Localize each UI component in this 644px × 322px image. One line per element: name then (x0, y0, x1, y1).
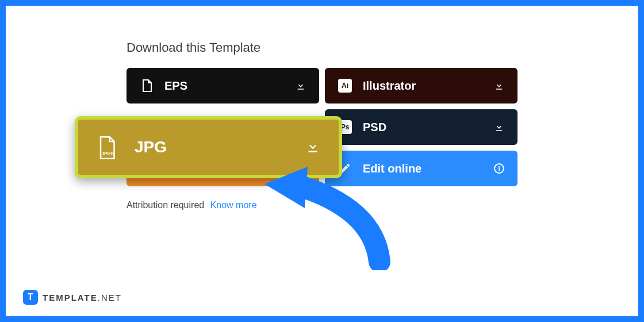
eps-label: EPS (164, 79, 187, 93)
jpeg-file-icon: JPEG (95, 135, 120, 159)
tutorial-frame: Download this Template EPS Ai Illustrato… (0, 0, 644, 322)
brand-logo: T TEMPLATE.NET (23, 290, 122, 305)
ai-file-icon: Ai (338, 78, 352, 93)
edit-online-button[interactable]: Edit online i (325, 151, 518, 186)
psd-download-button[interactable]: Ps PSD (325, 109, 518, 145)
psd-label: PSD (363, 121, 386, 134)
download-icon (493, 80, 505, 91)
edit-online-label: Edit online (363, 162, 421, 175)
svg-text:JPEG: JPEG (102, 151, 114, 156)
info-icon: i (493, 163, 505, 174)
illustrator-label: Illustrator (363, 79, 416, 93)
attribution-row: Attribution required Know more (126, 200, 518, 210)
illustrator-download-button[interactable]: Ai Illustrator (325, 68, 518, 103)
attribution-label: Attribution required (126, 200, 204, 210)
eps-file-icon (139, 78, 154, 93)
logo-mark-icon: T (23, 290, 38, 305)
download-icon (493, 121, 505, 133)
jpg-download-button[interactable]: JPEG JPG (75, 116, 342, 178)
eps-download-button[interactable]: EPS (126, 68, 319, 103)
panel-title: Download this Template (126, 40, 518, 55)
know-more-link[interactable]: Know more (210, 200, 257, 210)
logo-text: TEMPLATE.NET (43, 293, 122, 302)
download-icon (295, 80, 306, 91)
download-icon (305, 139, 321, 155)
jpg-label: JPG (135, 138, 167, 156)
